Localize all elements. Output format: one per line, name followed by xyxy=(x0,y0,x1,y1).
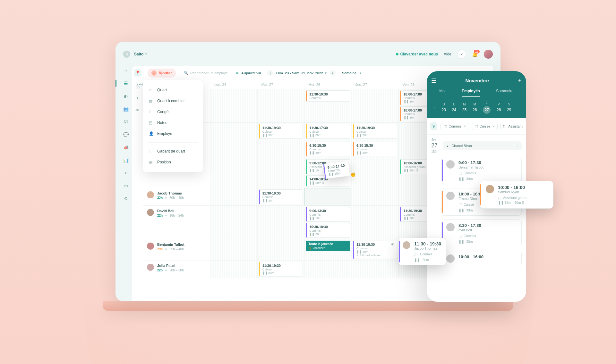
day-cell[interactable] xyxy=(304,188,352,205)
filter-icon[interactable] xyxy=(430,122,437,130)
shift-card[interactable]: 11:30-19:30 👁Commis❚❚ 30m⚬ Lift hydrauli… xyxy=(353,241,397,259)
filter-chip[interactable]: ⬚Caisse✕ xyxy=(472,123,498,130)
employee-cell[interactable]: David Bell22h16h – 24h xyxy=(143,206,210,239)
day-cell[interactable] xyxy=(352,206,399,239)
allday-event[interactable]: Toute la journée🌴 Vacances xyxy=(306,241,350,251)
employee-search[interactable]: 🔍 Rechercher un employé xyxy=(184,71,228,75)
day-cell[interactable]: 11:30-17:30Caisse❚❚ 30m xyxy=(304,123,352,140)
day-cell[interactable] xyxy=(258,158,305,188)
mobile-floating-card[interactable]: 10:00 - 16:00 Samuel Ryan ⬚Assistant-gér… xyxy=(480,181,553,209)
day-cell[interactable]: 6:30-15:30Commis❚❚ 30m xyxy=(304,140,352,158)
mobile-shift-card[interactable]: 9:00 - 17:30Benjamin Talbot⬚Commis❚❚30m xyxy=(441,157,522,184)
prev-week-button[interactable]: ‹ xyxy=(267,70,273,76)
schedule-icon[interactable]: ☰ xyxy=(123,81,128,86)
shift-card[interactable]: 11:30-17:30Caisse❚❚ 30m xyxy=(306,124,350,139)
add-position[interactable]: ▣Position xyxy=(143,157,203,168)
mobile-shift-card[interactable]: 10:00 - 16:00 xyxy=(441,251,522,266)
close-icon[interactable]: ✕ xyxy=(464,125,466,128)
doc-icon[interactable]: 📄10 xyxy=(135,83,141,89)
mobile-shift-card[interactable]: 8:30 - 17:30avid Bell⬚Commis❚❚30m xyxy=(441,219,522,247)
employee-cell[interactable]: Benjamin Talbot29h35h – 40h xyxy=(143,239,210,260)
filter-chip[interactable]: ⬚Commis✕ xyxy=(441,123,469,130)
shift-card[interactable]: 6:30-15:30Commis❚❚ 30m xyxy=(353,142,397,156)
add-employee[interactable]: 👤Employé xyxy=(143,128,203,139)
plus-icon[interactable]: + xyxy=(518,77,522,84)
add-notes[interactable]: ▤Notes xyxy=(143,117,203,128)
shift-card[interactable]: 15:30-18:30Commis❚❚ 30m xyxy=(306,223,350,238)
close-icon[interactable]: ✕ xyxy=(492,125,495,128)
org-icon[interactable]: ⚬ xyxy=(123,170,128,176)
shift-card[interactable]: 11:30-19:30Caisse❚❚ 30m xyxy=(353,124,397,139)
mobile-tab[interactable]: Employés xyxy=(462,89,480,97)
pin-icon[interactable]: 📍 xyxy=(134,69,141,77)
day-cell[interactable] xyxy=(210,206,258,239)
day-cell[interactable]: 6:30-15:30Commis❚❚ 30m xyxy=(352,140,399,158)
day-cell[interactable]: 11:30-19:30Caisse❚❚ 30m xyxy=(352,123,399,140)
gear-icon[interactable]: ⚙ xyxy=(123,196,128,201)
shift-card[interactable]: 11:30-19:30Caisse❚❚ 30m xyxy=(259,262,303,277)
menu-icon[interactable]: ☰ xyxy=(431,77,436,84)
day-cell[interactable]: 9:00-13:30Commis❚❚ 10m15:30-18:30Commis❚… xyxy=(304,206,352,239)
date-range-picker[interactable]: Dim. 23 - Sam. 29, nov. 2022 ▾ xyxy=(276,71,327,75)
prev-icon[interactable]: ‹ xyxy=(434,105,436,109)
add-leave[interactable]: ☾Congé xyxy=(143,106,203,117)
card-icon[interactable]: ▭ xyxy=(123,183,128,188)
filter-chip[interactable]: ⬚Assistant-g✕ xyxy=(500,123,523,130)
add-template[interactable]: ⬚Gabarit de quart xyxy=(143,146,203,157)
shift-card[interactable]: 11:30-19:30Commis xyxy=(306,90,350,102)
day-cell[interactable] xyxy=(352,188,399,205)
brand-menu[interactable]: Salto ▾ xyxy=(134,52,147,56)
user-avatar[interactable] xyxy=(484,50,493,59)
day-cell[interactable]: 11:30-19:30Commis xyxy=(304,89,352,122)
day-cell[interactable] xyxy=(258,206,305,239)
next-week-button[interactable]: › xyxy=(330,70,336,76)
day-cell[interactable] xyxy=(304,261,352,278)
day-cell[interactable] xyxy=(210,140,258,158)
mobile-group-header[interactable]: ⬧ Chanel Biron › xyxy=(443,141,522,150)
floating-shift-card[interactable]: 11:30 - 19:30 Jacob Thomas ⬚Commis ❚❚30m xyxy=(398,238,446,265)
day-cell[interactable] xyxy=(210,239,258,260)
chat-icon[interactable]: 💬 xyxy=(123,132,128,137)
shift-card[interactable]: 6:30-15:30Commis❚❚ 30m xyxy=(306,142,350,156)
confirm-button[interactable]: ✓ xyxy=(457,50,466,59)
tree-icon[interactable]: ⚬ xyxy=(135,95,141,101)
next-icon[interactable]: › xyxy=(517,105,518,109)
shift-card[interactable]: 9:00-13:30Commis❚❚ 10m xyxy=(306,207,350,222)
mobile-day[interactable]: D23 xyxy=(441,103,446,112)
mobile-day[interactable]: J27 xyxy=(483,101,491,114)
checkbox-icon[interactable]: ☑ xyxy=(123,119,128,124)
megaphone-icon[interactable]: 📣 xyxy=(123,145,128,150)
chat-link[interactable]: Clavarder avec nous xyxy=(396,52,438,56)
today-button[interactable]: 🗓 Aujourd'hui xyxy=(236,71,261,75)
employee-cell[interactable]: Jacob Thomas32h30h – 40h xyxy=(143,188,210,205)
employee-cell[interactable]: Julia Patel22h20h – 28h xyxy=(143,261,210,278)
globe-icon[interactable]: ◐ xyxy=(123,94,128,99)
mobile-day[interactable]: M25 xyxy=(462,103,466,112)
day-cell[interactable] xyxy=(352,261,399,278)
people-icon[interactable]: 👥 xyxy=(123,106,128,112)
day-cell[interactable] xyxy=(210,261,258,278)
add-shift[interactable]: ▭Quart xyxy=(143,85,203,95)
day-cell[interactable]: 11:30-19:30Caisse❚❚ 30m xyxy=(258,123,305,140)
add-open-shift[interactable]: ▦Quart à combler xyxy=(143,95,203,106)
day-cell[interactable] xyxy=(258,140,305,158)
day-cell[interactable] xyxy=(352,89,399,122)
day-cell[interactable] xyxy=(210,188,258,205)
add-button[interactable]: + Ajouter xyxy=(148,69,176,78)
eye-icon[interactable]: 👁 xyxy=(135,107,141,113)
shift-card[interactable]: 11:30-19:30Caisse❚❚ 30m xyxy=(259,124,303,139)
day-cell[interactable] xyxy=(210,158,258,188)
mobile-day[interactable]: V28 xyxy=(497,103,501,112)
mobile-day[interactable]: L24 xyxy=(452,103,456,112)
notifications-button[interactable]: 🔔 12 xyxy=(472,51,478,57)
day-cell[interactable] xyxy=(210,123,258,140)
home-icon[interactable]: ⌂ xyxy=(123,68,128,73)
day-cell[interactable]: Toute la journée🌴 Vacances xyxy=(304,239,352,260)
day-cell[interactable] xyxy=(352,158,399,188)
chart-icon[interactable]: 📊 xyxy=(123,158,128,163)
mobile-tab[interactable]: Sommaire xyxy=(496,89,514,97)
day-cell[interactable]: 11:30-19:30 👁Commis❚❚ 30m⚬ Lift hydrauli… xyxy=(352,239,399,260)
mobile-day[interactable]: M26 xyxy=(473,103,477,112)
day-cell[interactable]: 11:30-19:30Caisse❚❚ 30m xyxy=(258,261,305,278)
dragging-shift[interactable]: 9:00-11:30 Commis ❚❚ 10m ✊ xyxy=(323,161,350,179)
